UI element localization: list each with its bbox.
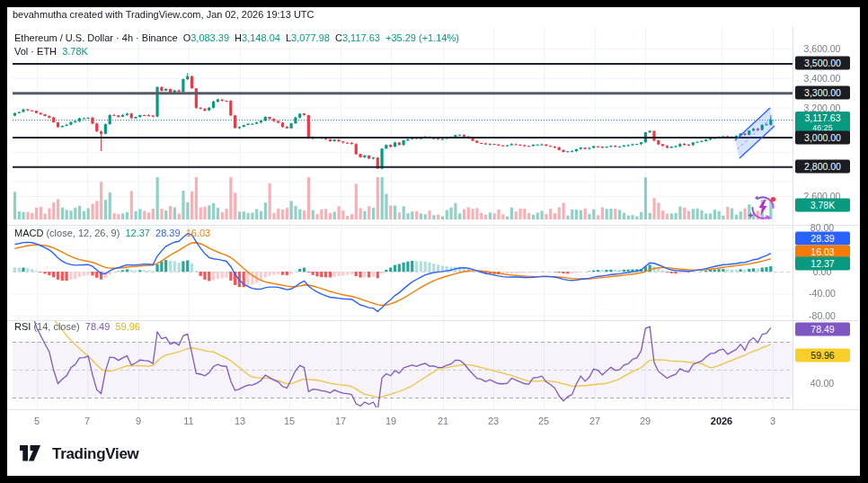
tradingview-chart-page: bevahmutha created with TradingView.com,…: [0, 0, 868, 483]
macd-legend-row[interactable]: MACD (close, 12, 26, 9) 12.37 28.39 16.0…: [14, 228, 213, 238]
chart-canvas[interactable]: [7, 7, 860, 476]
ohlc-high-label: H: [235, 32, 242, 43]
ohlc-close-value: 3,117.63: [342, 32, 380, 43]
ohlc-open-label: O: [183, 32, 191, 43]
rsi-value: 78.49: [85, 321, 111, 332]
change-value: +35.29 (+1.14%): [385, 32, 459, 43]
symbol-legend-row[interactable]: Ethereum / U.S. Dollar · 4h · Binance O3…: [14, 32, 462, 43]
volume-label: Vol · ETH: [14, 46, 57, 57]
tradingview-logo[interactable]: TradingView: [20, 445, 139, 463]
rsi-legend-row[interactable]: RSI (14, close) 78.49 59.96: [14, 321, 143, 332]
macd-line-value: 28.39: [155, 228, 181, 238]
ohlc-open-value: 3,083.39: [190, 32, 229, 43]
symbol-title[interactable]: Ethereum / U.S. Dollar · 4h · Binance: [14, 32, 178, 43]
macd-params: (close, 12, 26, 9): [46, 228, 120, 238]
macd-title: MACD: [14, 228, 43, 238]
volume-value: 3.78K: [62, 46, 88, 57]
rsi-params: (14, close): [33, 321, 79, 332]
tradingview-logo-text: TradingView: [52, 445, 139, 463]
ohlc-high-value: 3,148.04: [242, 32, 280, 43]
tradingview-logo-icon: [20, 445, 45, 463]
volume-legend-row[interactable]: Vol · ETH 3.78K: [14, 46, 91, 57]
attribution-text: bevahmutha created with TradingView.com,…: [13, 9, 317, 20]
rsi-ma-value: 59.96: [115, 321, 140, 332]
ohlc-low-value: 3,077.98: [291, 32, 330, 43]
macd-hist-value: 12.37: [125, 228, 150, 238]
macd-signal-value: 16.03: [186, 228, 211, 238]
flash-refresh-sticker-icon[interactable]: [748, 192, 778, 223]
ohlc-close-label: C: [335, 32, 342, 43]
rsi-title: RSI: [14, 321, 31, 332]
